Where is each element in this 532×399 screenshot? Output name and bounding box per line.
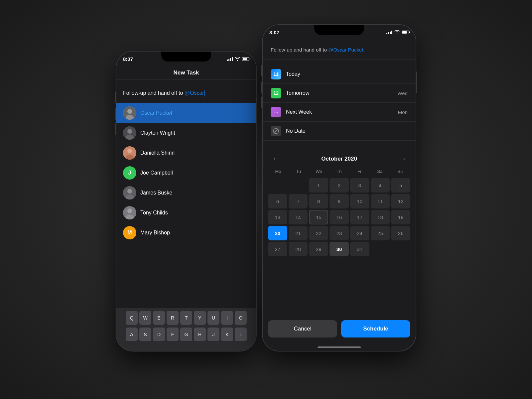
calendar-task-prefix: Follow-up and hand off to [271,47,328,53]
cal-day-31[interactable]: 31 [350,242,369,256]
phone-right: 8:07 [263,25,416,351]
key-l[interactable]: L [235,328,247,341]
schedule-button[interactable]: Schedule [341,320,410,337]
key-d[interactable]: D [153,328,165,341]
cal-day-15[interactable]: 15 [309,210,328,224]
task-input-area[interactable]: Follow-up and hand off to @Oscar [116,85,256,102]
svg-point-10 [127,189,132,194]
svg-point-13 [127,208,132,213]
autocomplete-name-clayton: Clayton Wright [140,130,175,136]
key-o[interactable]: O [235,311,247,325]
key-i[interactable]: I [221,311,233,325]
task-mention-text: @Oscar [185,90,204,96]
key-u[interactable]: U [207,311,219,325]
battery-fill-left [243,58,247,60]
cal-day-22[interactable]: 22 [309,226,328,240]
next-week-icon: → [271,107,281,117]
cal-day-10[interactable]: 10 [350,194,369,208]
autocomplete-name-daniella: Daniella Shinn [140,150,175,156]
avatar-joe-label: J [128,170,131,176]
cal-day-16[interactable]: 16 [330,210,349,224]
key-r[interactable]: R [167,311,179,325]
cal-day-12[interactable]: 12 [391,194,410,208]
cal-day-2[interactable]: 2 [330,178,349,193]
key-h[interactable]: H [194,328,206,341]
key-w[interactable]: W [139,311,151,325]
cal-day-3[interactable]: 3 [350,178,369,193]
svg-point-4 [127,129,132,134]
quick-date-today[interactable]: 11 Today [263,65,416,84]
cal-day-17[interactable]: 17 [350,210,369,224]
cal-empty-4 [391,242,410,256]
quick-date-tomorrow[interactable]: 12 Tomorrow Wed [263,84,416,103]
status-icons-right [386,30,409,34]
cal-day-1[interactable]: 1 [309,178,328,193]
quick-date-no-date[interactable]: No Date [263,122,416,141]
autocomplete-item-oscar[interactable]: Oscar Pucket [116,103,256,123]
calendar-next-button[interactable]: › [400,154,408,164]
avatar-mary-label: M [127,230,132,236]
cal-day-8[interactable]: 8 [309,194,328,208]
cal-day-6[interactable]: 6 [268,194,287,208]
key-y[interactable]: Y [194,311,206,325]
cal-day-28[interactable]: 28 [289,242,308,256]
cal-day-13[interactable]: 13 [268,210,287,224]
cal-day-24[interactable]: 24 [350,226,369,240]
left-phone-header: New Task [116,66,256,80]
autocomplete-item-clayton[interactable]: Clayton Wright [116,123,256,143]
no-date-icon [271,126,281,136]
calendar-prev-button[interactable]: ‹ [271,154,278,164]
cal-day-21[interactable]: 21 [289,226,308,240]
phones-container: 8:07 [116,25,416,374]
notch-left [161,52,211,62]
cal-day-27[interactable]: 27 [268,242,287,256]
cal-day-25[interactable]: 25 [371,226,390,240]
cal-day-29[interactable]: 29 [309,242,328,256]
calendar-task-text: Follow-up and hand off to @Oscar Pucket [263,42,416,60]
key-j[interactable]: J [207,328,219,341]
cal-day-30[interactable]: 30 [330,242,349,256]
key-k[interactable]: K [221,328,233,341]
cal-day-5[interactable]: 5 [391,178,410,193]
cal-day-14[interactable]: 14 [289,210,308,224]
cal-header-we: We [309,168,329,175]
autocomplete-item-mary[interactable]: M Mary Bishop [116,223,256,243]
cal-day-26[interactable]: 26 [391,226,410,240]
new-task-title: New Task [173,69,199,76]
key-t[interactable]: T [180,311,192,325]
autocomplete-item-joe[interactable]: J Joe Campbell [116,163,256,183]
calendar-nav: ‹ October 2020 › [268,151,410,168]
calendar-actions: Cancel Schedule [268,320,410,337]
autocomplete-item-daniella[interactable]: Daniella Shinn [116,143,256,163]
autocomplete-item-james[interactable]: James Buske [116,183,256,203]
avatar-daniella [123,146,136,160]
no-date-label: No Date [286,128,403,134]
avatar-joe: J [123,166,136,180]
autocomplete-item-tony[interactable]: Tony Childs [116,203,256,223]
cal-day-7[interactable]: 7 [289,194,308,208]
cancel-button[interactable]: Cancel [268,320,337,337]
cal-day-9[interactable]: 9 [330,194,349,208]
cal-week-5: 27 28 29 30 31 [268,242,410,256]
key-e[interactable]: E [153,311,165,325]
cal-day-20-today[interactable]: 20 [268,226,287,240]
cal-day-18[interactable]: 18 [371,210,390,224]
key-q[interactable]: Q [126,311,138,325]
key-a[interactable]: A [126,328,138,341]
quick-date-next-week[interactable]: → Next Week Mon [263,103,416,122]
cal-header-mo: Mo [268,168,288,175]
today-icon: 11 [271,69,281,79]
key-s[interactable]: S [139,328,151,341]
key-g[interactable]: G [180,328,192,341]
key-f[interactable]: F [167,328,179,341]
cal-header-th: Th [329,168,349,175]
phone-right-screen: 8:07 [263,25,416,351]
cal-day-19[interactable]: 19 [391,210,410,224]
cal-day-11[interactable]: 11 [371,194,390,208]
keyboard-row-1: Q W E R T Y U I O [118,311,255,325]
quick-dates: 11 Today 12 Tomorrow Wed → Next [263,65,416,141]
calendar-widget: ‹ October 2020 › Mo Tu We Th Fr Sa Su [263,151,416,258]
cal-day-23[interactable]: 23 [330,226,349,240]
cal-day-4[interactable]: 4 [371,178,390,193]
phone-left-screen: 8:07 [116,52,256,351]
